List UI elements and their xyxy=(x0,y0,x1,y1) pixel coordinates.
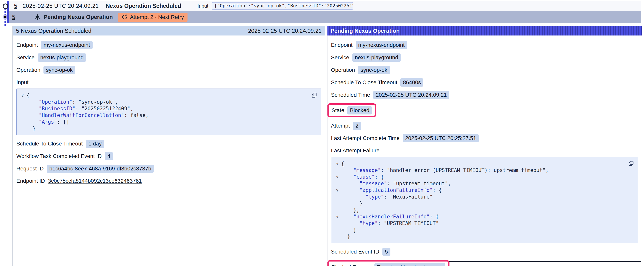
collapse-chevron-icon[interactable]: ∨ xyxy=(333,187,341,193)
field-operation: Operation sync-op-ok xyxy=(16,66,321,74)
collapse-chevron-icon[interactable]: ∨ xyxy=(333,213,341,220)
collapse-chevron-icon xyxy=(19,119,26,125)
history-row-pending-nexus-operation[interactable]: 5 Pending Nexus Operation Attempt 2 · Ne… xyxy=(9,11,641,23)
field-attempt: Attempt 2 xyxy=(331,122,638,130)
collapse-chevron-icon xyxy=(333,207,341,213)
failure-json-viewer: ∨{ "message": "handler error (UPSTREAM_T… xyxy=(331,157,638,243)
copy-icon[interactable] xyxy=(311,92,317,99)
blocked-reason-annotation-highlight: Blocked Reason The circuit breaker is op… xyxy=(328,260,450,266)
field-schedule-to-close-timeout: Schedule To Close Timeout 86400s xyxy=(331,78,638,87)
asterisk-pending-icon xyxy=(34,14,40,20)
field-last-attempt-complete-time: Last Attempt Complete Time 2025-02-25 UT… xyxy=(331,134,638,142)
state-annotation-highlight: State Blocked xyxy=(328,103,376,117)
field-value-badge: 4 xyxy=(105,152,113,160)
attempt-badge-label: Attempt 2 · Next Retry xyxy=(130,14,184,20)
field-label: Schedule To Close Timeout xyxy=(331,79,397,86)
field-value-badge: 86400s xyxy=(400,78,423,87)
field-service: Service nexus-playground xyxy=(331,54,638,62)
field-endpoint-id: Endpoint ID 3c0c75ccfa8144b092c13ce63246… xyxy=(16,177,321,185)
collapse-chevron-icon[interactable]: ∨ xyxy=(333,174,341,180)
field-label: Schedule To Close Timeout xyxy=(16,141,83,147)
collapse-chevron-icon xyxy=(333,227,341,233)
input-section-label: Input xyxy=(16,78,321,86)
event-timestamp: 2025-02-25 UTC 20:24:09.21 xyxy=(22,3,99,9)
endpoint-id-link[interactable]: 3c0c75ccfa8144b092c13ce632463761 xyxy=(48,178,142,184)
field-request-id: Request ID b1c6a4bc-8ee7-468a-9169-df3b0… xyxy=(16,165,321,173)
field-scheduled-time: Scheduled Time 2025-02-25 UTC 20:24:09.2… xyxy=(331,91,638,99)
workflow-event-history-view: 5 2025-02-25 UTC 20:24:09.21 Nexus Opera… xyxy=(0,0,644,266)
field-label: Attempt xyxy=(331,123,350,129)
panel-title: Pending Nexus Operation xyxy=(330,28,400,34)
collapse-chevron-icon[interactable]: ∨ xyxy=(333,160,341,167)
timeline-active-bar xyxy=(7,1,9,23)
field-value-badge: 2 xyxy=(353,122,361,130)
timeline-current-dot-icon xyxy=(3,15,7,19)
field-operation: Operation sync-op-ok xyxy=(331,66,638,74)
collapse-chevron-icon xyxy=(19,125,26,132)
collapse-chevron-icon xyxy=(19,99,26,105)
field-value-badge: b1c6a4bc-8ee7-468a-9169-df3b02c8737b xyxy=(47,165,154,173)
field-label: Blocked Reason xyxy=(332,264,371,266)
field-value-badge: sync-op-ok xyxy=(358,66,390,74)
event-name: Nexus Operation Scheduled xyxy=(106,3,181,9)
collapse-chevron-icon xyxy=(19,105,26,112)
field-value-badge: nexus-playground xyxy=(352,54,401,62)
field-state-row: State Blocked xyxy=(331,103,638,117)
panel-header: 5 Nexus Operation Scheduled 2025-02-25 U… xyxy=(13,26,325,36)
field-label: Scheduled Event ID xyxy=(331,249,379,255)
field-value-badge: my-nexus-endpoint xyxy=(41,41,92,49)
field-scheduled-event-id: Scheduled Event ID 5 xyxy=(331,248,638,256)
input-json-viewer: ∨{ "Operation": "sync-op-ok", "BusinessI… xyxy=(16,89,321,135)
field-label: Last Attempt Complete Time xyxy=(331,135,400,141)
event-id-link[interactable]: 5 xyxy=(12,14,15,20)
field-value-badge: my-nexus-endpoint xyxy=(356,41,407,49)
collapse-chevron-icon xyxy=(333,167,341,174)
copy-icon[interactable] xyxy=(628,160,634,167)
collapse-chevron-icon xyxy=(19,112,26,119)
event-name: Pending Nexus Operation xyxy=(44,14,113,20)
field-service: Service nexus-playground xyxy=(16,54,321,62)
collapse-chevron-icon xyxy=(333,180,341,187)
field-schedule-to-close-timeout: Schedule To Close Timeout 1 day xyxy=(16,140,321,148)
field-label: Workflow Task Completed Event ID xyxy=(16,153,102,159)
field-label: State xyxy=(332,107,344,114)
last-attempt-failure-label: Last Attempt Failure xyxy=(331,147,638,154)
field-label: Operation xyxy=(16,67,40,73)
blocked-reason-value-badge: The circuit breaker is open. xyxy=(374,263,446,266)
field-label: Scheduled Time xyxy=(331,92,370,98)
panel-header-striped: Pending Nexus Operation xyxy=(328,26,642,36)
timeline-open-circle-icon xyxy=(3,4,8,9)
field-label: Service xyxy=(16,54,34,61)
retry-icon xyxy=(122,14,127,20)
state-value-badge: Blocked xyxy=(347,106,372,114)
field-workflow-task-completed-event-id: Workflow Task Completed Event ID 4 xyxy=(16,152,321,160)
field-label: Operation xyxy=(331,67,355,73)
field-label: Endpoint xyxy=(16,42,38,48)
field-value-badge: nexus-playground xyxy=(38,54,86,62)
event-input-preview: {"Operation":"sync-op-ok","BusinessID":"… xyxy=(212,2,353,10)
panel-title: 5 Nexus Operation Scheduled xyxy=(16,28,92,34)
panel-nexus-operation-scheduled: 5 Nexus Operation Scheduled 2025-02-25 U… xyxy=(12,26,325,266)
collapse-chevron-icon xyxy=(333,233,341,240)
field-value-badge: 5 xyxy=(382,248,390,256)
field-label: Request ID xyxy=(16,166,44,172)
field-value-badge: 1 day xyxy=(86,140,104,148)
collapse-chevron-icon xyxy=(333,193,341,200)
history-row-nexus-operation-scheduled[interactable]: 5 2025-02-25 UTC 20:24:09.21 Nexus Opera… xyxy=(9,1,641,11)
field-value-badge: 2025-02-25 UTC 20:25:27.51 xyxy=(403,134,479,142)
field-endpoint: Endpoint my-nexus-endpoint xyxy=(16,41,321,49)
field-label: Endpoint xyxy=(331,42,352,48)
collapse-chevron-icon xyxy=(333,220,341,227)
attempt-retry-badge: Attempt 2 · Next Retry xyxy=(118,13,188,22)
field-label: Endpoint ID xyxy=(16,178,45,184)
panel-pending-nexus-operation: Pending Nexus Operation Endpoint my-nexu… xyxy=(327,26,642,266)
field-blocked-reason-row: Blocked Reason The circuit breaker is op… xyxy=(331,260,638,266)
field-label: Service xyxy=(331,54,349,61)
event-id-link[interactable]: 5 xyxy=(14,3,17,9)
event-detail-label: Input xyxy=(198,3,208,9)
panel-timestamp: 2025-02-25 UTC 20:24:09.21 xyxy=(248,28,322,34)
collapse-chevron-icon[interactable]: ∨ xyxy=(19,92,26,99)
collapse-chevron-icon xyxy=(333,200,341,207)
field-value-badge: sync-op-ok xyxy=(44,66,75,74)
field-value-badge: 2025-02-25 UTC 20:24:09.21 xyxy=(373,91,449,99)
